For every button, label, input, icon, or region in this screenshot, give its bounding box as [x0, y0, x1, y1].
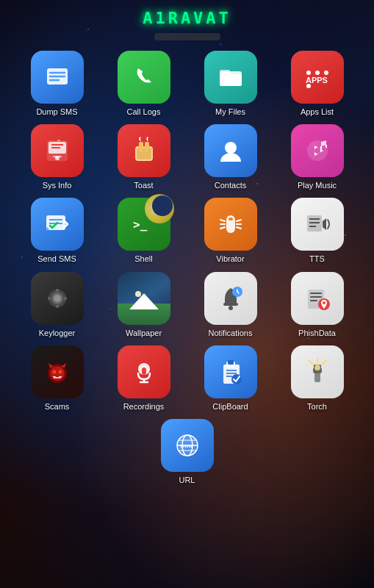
- app-shell[interactable]: >_ Shell: [104, 198, 184, 264]
- app-torch[interactable]: Torch: [277, 345, 358, 412]
- tts-icon: [291, 198, 344, 251]
- svg-point-49: [64, 297, 67, 300]
- apps-list-label: Apps List: [301, 107, 334, 117]
- svg-point-61: [323, 301, 326, 304]
- bottom-app-row: WWW URL: [161, 419, 214, 485]
- svg-rect-72: [228, 360, 234, 365]
- recordings-icon: [118, 345, 170, 398]
- app-call-logs[interactable]: Call Logs: [104, 51, 184, 117]
- app-tts[interactable]: TTS: [277, 198, 358, 264]
- app-url[interactable]: WWW URL: [161, 419, 214, 485]
- svg-line-37: [237, 227, 241, 229]
- svg-point-64: [52, 370, 56, 373]
- svg-rect-19: [139, 142, 143, 152]
- my-files-icon: [204, 51, 257, 104]
- svg-rect-51: [223, 303, 238, 306]
- shell-icon: >_: [118, 198, 170, 251]
- recordings-label: Recordings: [123, 402, 165, 412]
- sys-info-label: Sys Info: [43, 181, 72, 190]
- app-vibrator[interactable]: Vibrator: [190, 198, 271, 264]
- send-sms-icon: [31, 198, 84, 251]
- torch-icon: [291, 345, 344, 398]
- dump-sms-label: Dump SMS: [36, 107, 77, 117]
- svg-rect-57: [310, 293, 322, 294]
- dump-sms-icon: [31, 51, 84, 104]
- app-my-files[interactable]: My Files: [190, 51, 271, 117]
- app-dump-sms[interactable]: Dump SMS: [17, 51, 98, 117]
- svg-point-65: [58, 370, 62, 373]
- scams-icon: [31, 345, 84, 398]
- vibrator-icon: [204, 198, 257, 251]
- svg-marker-42: [323, 218, 326, 230]
- svg-point-50: [135, 291, 141, 297]
- keylogger-icon: [31, 272, 84, 325]
- scams-label: Scams: [45, 402, 70, 412]
- toast-icon: [118, 124, 170, 177]
- app-title: A1RAVAT: [143, 9, 231, 27]
- sys-info-icon: [31, 124, 84, 177]
- vibrator-label: Vibrator: [216, 254, 244, 264]
- wallpaper-icon: [118, 272, 170, 325]
- svg-point-45: [54, 295, 61, 302]
- svg-rect-58: [310, 296, 322, 298]
- play-music-icon: [291, 124, 344, 177]
- phishdata-label: PhishData: [298, 329, 336, 338]
- app-apps-list[interactable]: APPS Apps List: [277, 51, 358, 117]
- svg-text:>_: >_: [133, 218, 148, 232]
- call-logs-icon: [118, 51, 170, 104]
- toast-label: Toast: [134, 181, 153, 190]
- svg-rect-59: [310, 300, 317, 301]
- svg-rect-5: [220, 70, 230, 74]
- phishdata-icon: [291, 272, 344, 325]
- shell-moon-decoration: [145, 194, 174, 223]
- contacts-icon: [204, 124, 257, 177]
- clipboard-label: ClipBoard: [212, 402, 248, 412]
- svg-point-48: [48, 297, 51, 300]
- svg-rect-20: [145, 142, 149, 152]
- title-underline: [154, 33, 220, 40]
- shell-label: Shell: [134, 254, 152, 264]
- svg-point-23: [314, 148, 320, 154]
- play-music-label: Play Music: [298, 181, 337, 190]
- app-recordings[interactable]: Recordings: [104, 345, 184, 412]
- app-play-music[interactable]: Play Music: [277, 124, 358, 190]
- url-label: URL: [179, 476, 195, 485]
- svg-rect-14: [53, 156, 62, 157]
- url-icon: WWW: [161, 419, 214, 472]
- wallpaper-label: Wallpaper: [126, 329, 162, 338]
- torch-label: Torch: [307, 402, 327, 412]
- my-files-label: My Files: [215, 107, 245, 117]
- app-clipboard[interactable]: ClipBoard: [190, 345, 271, 412]
- svg-point-8: [315, 71, 320, 75]
- main-content: A1RAVAT Dump SMS Call Logs: [0, 0, 374, 588]
- notifications-label: Notifications: [209, 329, 253, 338]
- svg-line-35: [237, 220, 241, 221]
- app-toast[interactable]: Toast: [104, 124, 184, 190]
- clipboard-icon: [204, 345, 257, 398]
- app-scams[interactable]: Scams: [17, 345, 98, 412]
- tts-label: TTS: [309, 254, 325, 264]
- app-grid: Dump SMS Call Logs My Files: [10, 51, 365, 412]
- app-send-sms[interactable]: Send SMS: [17, 198, 98, 264]
- notifications-icon: [204, 272, 257, 325]
- svg-text:WWW: WWW: [180, 444, 193, 448]
- contacts-label: Contacts: [215, 181, 246, 190]
- app-keylogger[interactable]: Keylogger: [17, 272, 98, 338]
- svg-point-7: [306, 71, 311, 75]
- svg-rect-67: [142, 368, 146, 375]
- apps-list-icon: APPS: [291, 51, 344, 104]
- svg-rect-31: [229, 218, 233, 220]
- svg-text:APPS: APPS: [306, 76, 328, 85]
- svg-point-52: [229, 306, 233, 310]
- svg-point-46: [56, 289, 59, 292]
- svg-point-9: [324, 71, 328, 75]
- app-sys-info[interactable]: Sys Info: [17, 124, 98, 190]
- svg-point-21: [225, 142, 237, 154]
- app-notifications[interactable]: Notifications: [190, 272, 271, 338]
- svg-point-47: [56, 305, 59, 308]
- app-phishdata[interactable]: PhishData: [277, 272, 358, 338]
- app-wallpaper[interactable]: Wallpaper: [104, 272, 184, 338]
- svg-line-34: [220, 227, 225, 229]
- svg-point-80: [314, 365, 320, 370]
- app-contacts[interactable]: Contacts: [190, 124, 271, 190]
